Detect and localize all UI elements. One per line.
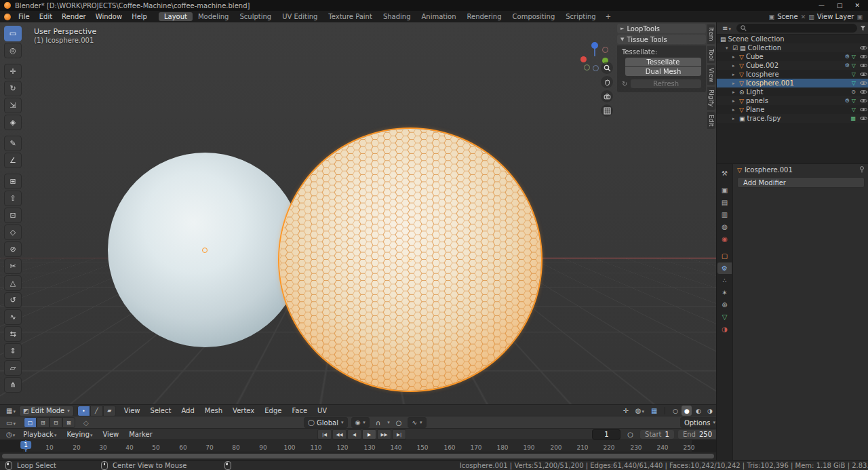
auto-keying-icon[interactable]: ○	[625, 431, 636, 438]
tool-loop-cut-button[interactable]: ⊘	[4, 241, 22, 257]
outliner-row-scene-collection[interactable]: ▤ Scene Collection	[717, 35, 868, 43]
expand-arrow-icon[interactable]: ▸	[732, 116, 737, 121]
timeline-scrollbar[interactable]	[2, 454, 714, 458]
play-reverse-button[interactable]: ◀	[347, 429, 361, 439]
prev-keyframe-button[interactable]: ◀◀	[332, 429, 347, 439]
workspace-tab-uv-editing[interactable]: UV Editing	[277, 12, 323, 21]
snap-options-icon[interactable]: ▾	[387, 420, 390, 425]
visibility-eye-icon[interactable]	[860, 62, 867, 69]
mode-selector[interactable]: ◩ Edit Mode ▾	[19, 406, 74, 416]
menu-help[interactable]: Help	[127, 13, 152, 20]
axis-x-negative-handle[interactable]	[602, 47, 608, 53]
tool-inset-faces-button[interactable]: ⊡	[4, 208, 22, 223]
properties-tab-constraints[interactable]: ⊛	[717, 299, 732, 311]
properties-tab-modifiers[interactable]: ⚙	[717, 262, 732, 274]
shading-rendered-icon[interactable]: ◑	[705, 406, 715, 416]
visibility-eye-icon[interactable]	[860, 106, 867, 113]
xray-toggle-icon[interactable]: ▦	[648, 407, 660, 414]
axis-z-handle[interactable]	[591, 42, 598, 49]
workspace-tab-scripting[interactable]: Scripting	[560, 12, 601, 21]
current-frame-field[interactable]: 1	[592, 429, 620, 439]
tissue-tools-panel-header[interactable]: ▼ Tissue Tools	[617, 35, 706, 44]
visibility-eye-icon[interactable]	[860, 71, 867, 78]
menu-edge[interactable]: Edge	[260, 407, 286, 414]
outliner-row-cube-002[interactable]: ▸ ▽ Cube.002 ⚙▽	[717, 61, 868, 70]
tool-transform-button[interactable]: ◈	[4, 115, 22, 130]
tool-bevel-button[interactable]: ◇	[4, 224, 22, 240]
outliner-row-panels[interactable]: ▸ ▽ panels ⚙▽	[717, 96, 868, 105]
start-frame-field[interactable]: Start 1	[640, 430, 674, 439]
tool-poly-build-button[interactable]: △	[4, 275, 22, 291]
pivot-selector[interactable]: ◉ ▾	[351, 417, 370, 428]
workspace-tab-sculpting[interactable]: Sculpting	[234, 12, 277, 21]
tool-add-cube-button[interactable]: ⊞	[4, 174, 22, 189]
menu-playback[interactable]: Playback▾	[18, 431, 61, 438]
tool-scale-button[interactable]: ⇲	[4, 98, 22, 113]
workspace-tab-texture-paint[interactable]: Texture Paint	[323, 12, 378, 21]
tool-annotate-button[interactable]: ✎	[4, 136, 22, 151]
shading-wireframe-icon[interactable]: ○	[670, 406, 680, 416]
tool-smooth-button[interactable]: ∿	[4, 309, 22, 325]
toggle-ortho-icon[interactable]	[601, 104, 613, 117]
tool-cursor-button[interactable]: ◎	[4, 43, 22, 58]
add-modifier-button[interactable]: Add Modifier	[737, 177, 865, 188]
pan-hand-icon[interactable]	[601, 76, 613, 88]
current-frame-marker[interactable]: 1	[20, 441, 31, 449]
properties-tab-scene[interactable]: ◍	[717, 221, 732, 233]
editor-type-icon[interactable]: ▦▾	[3, 407, 18, 414]
axis-z-negative-handle[interactable]	[593, 65, 599, 71]
options-dropdown[interactable]: Options ▾	[680, 417, 719, 428]
select-set-mode-button[interactable]: ▢	[24, 417, 37, 428]
camera-view-icon[interactable]	[601, 90, 613, 102]
properties-tab-particles[interactable]: ∴	[717, 275, 732, 286]
shading-solid-icon[interactable]: ●	[682, 406, 692, 416]
select-subtract-mode-button[interactable]: ⊟	[50, 417, 62, 428]
outliner-row-collection[interactable]: ▾ ☑ ▤ Collection	[717, 43, 868, 52]
scene-unlink-icon[interactable]: ✕	[801, 14, 806, 20]
menu-view[interactable]: View	[119, 407, 145, 414]
filter-icon[interactable]	[860, 25, 866, 31]
visibility-eye-icon[interactable]	[860, 79, 867, 87]
properties-tab-material[interactable]: ◑	[717, 324, 732, 335]
timeline-ruler[interactable]: 1 10 20 30 40 50 60 70 80 90 100 110 120…	[0, 439, 716, 452]
shading-material-icon[interactable]: ◐	[693, 406, 703, 416]
view-layer-selector[interactable]: View Layer	[817, 13, 854, 20]
visibility-eye-icon[interactable]	[860, 88, 867, 96]
minimize-button[interactable]: —	[818, 2, 825, 9]
menu-window[interactable]: Window	[91, 13, 127, 20]
tool-edge-slide-button[interactable]: ⇆	[4, 326, 22, 342]
tool-select-box-button[interactable]: ▭	[4, 26, 22, 41]
sidebar-tab-tool[interactable]: Tool	[707, 46, 715, 63]
edge-select-mode-button[interactable]: ╱	[90, 406, 103, 416]
tool-rotate-button[interactable]: ↻	[4, 81, 22, 96]
outliner-row-icosphere-001[interactable]: ▸ ▽ Icosphere.001 ▽	[717, 79, 868, 87]
select-intersect-mode-button[interactable]: ⊠	[62, 417, 75, 428]
expand-arrow-icon[interactable]: ▾	[726, 45, 730, 51]
properties-tab-object[interactable]: ▢	[717, 250, 732, 262]
expand-arrow-icon[interactable]: ▸	[732, 90, 737, 95]
outliner-row-plane[interactable]: ▸ ▽ Plane ▽	[717, 105, 868, 114]
tool-knife-button[interactable]: ✂	[4, 258, 22, 274]
outliner-search[interactable]	[736, 24, 857, 33]
workspace-tab-compositing[interactable]: Compositing	[507, 12, 561, 21]
show-gizmo-icon[interactable]: ✛	[620, 407, 631, 414]
active-tool-icon[interactable]: ▭▾	[3, 419, 18, 427]
jump-to-start-button[interactable]: |◀	[317, 429, 332, 439]
sidebar-tab-edit[interactable]: Edit	[707, 112, 715, 129]
overlays-toggle-icon[interactable]: ◍▾	[633, 407, 647, 414]
timeline-editor-icon[interactable]: ◷▾	[3, 431, 18, 438]
workspace-tab-shading[interactable]: Shading	[378, 12, 416, 21]
vertex-select-mode-button[interactable]: ∙	[77, 406, 90, 416]
fallback-tool-icon[interactable]: ◇	[81, 419, 92, 427]
menu-timeline-view[interactable]: View	[98, 431, 124, 438]
viewport-3d[interactable]: User Perspective (1) Icosphere.001 ▭ ◎ ✛…	[0, 22, 716, 404]
properties-tab-render[interactable]: ▣	[717, 184, 732, 196]
tool-shrink-fatten-button[interactable]: ⇕	[4, 343, 22, 359]
menu-face[interactable]: Face	[287, 407, 312, 414]
pin-icon[interactable]	[859, 166, 865, 174]
properties-tab-physics[interactable]: ✶	[717, 287, 732, 298]
blender-menu-icon[interactable]	[4, 14, 11, 20]
visibility-eye-icon[interactable]	[860, 44, 867, 52]
menu-add[interactable]: Add	[176, 407, 199, 414]
zoom-icon[interactable]	[601, 62, 613, 74]
